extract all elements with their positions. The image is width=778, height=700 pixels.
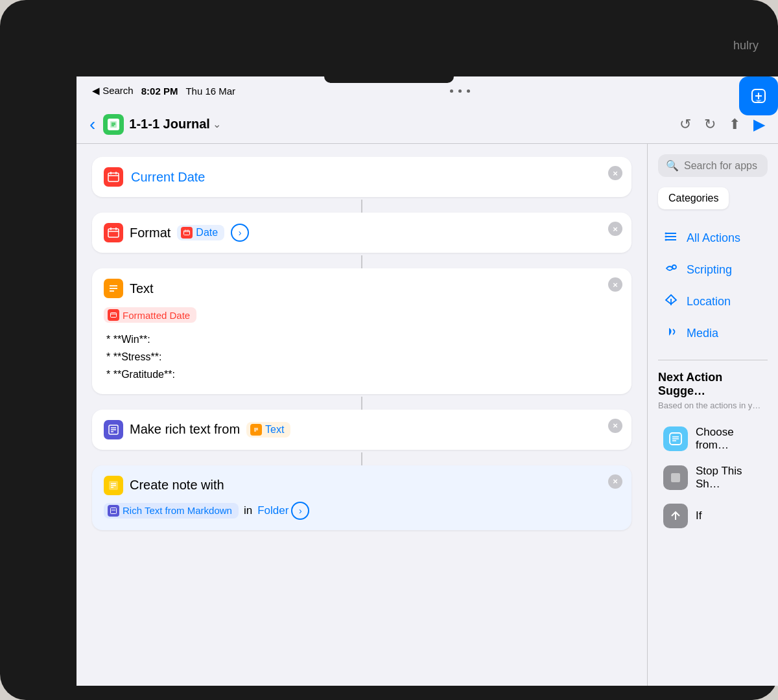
status-time: 8:02 PM — [141, 86, 178, 97]
app-icon-inner — [108, 119, 119, 130]
sidebar-item-scripting[interactable]: Scripting — [658, 254, 768, 286]
hulry-label: hulry — [733, 39, 759, 52]
undo-button[interactable]: ↺ — [679, 116, 691, 133]
text-line-3: * **Gratitude**: — [106, 366, 620, 383]
svg-point-40 — [672, 265, 676, 269]
svg-rect-4 — [108, 173, 119, 181]
suggestion-stop-shortcut[interactable]: Stop This Sh… — [658, 458, 768, 497]
status-back[interactable]: ◀ Search — [92, 85, 134, 97]
note-icon — [104, 476, 123, 495]
svg-rect-8 — [108, 229, 119, 237]
create-note-row2: Rich Text from Markdown in Folder › — [104, 502, 620, 520]
create-note-expand[interactable]: › — [291, 502, 309, 520]
rich-text-token-label: Rich Text from Markdown — [123, 505, 232, 516]
richtext-svg — [108, 424, 119, 436]
text-content-body: * **Win**: * **Stress**: * **Gratitude**… — [104, 331, 620, 384]
make-rich-text-action: Make rich text from — [130, 422, 240, 437]
format-date-close[interactable]: × — [608, 222, 622, 236]
current-date-content: Current Date — [104, 167, 620, 187]
if-label: If — [696, 509, 701, 522]
text-tok-svg — [253, 426, 259, 433]
svg-point-38 — [665, 236, 667, 238]
date-token-icon — [181, 227, 193, 239]
all-actions-label: All Actions — [687, 231, 740, 245]
text-line-1: * **Win**: — [106, 331, 620, 348]
rich-text-close[interactable]: × — [608, 419, 622, 433]
svg-rect-19 — [111, 313, 117, 318]
date-token-pill[interactable]: Date — [177, 225, 224, 240]
sidebar-item-media[interactable]: Media — [658, 318, 768, 349]
search-bar[interactable]: 🔍 — [658, 154, 768, 177]
text-card-close[interactable]: × — [608, 277, 622, 292]
stop-icon-svg — [668, 471, 683, 485]
nav-title: 1-1-1 Journal — [129, 117, 209, 132]
formatted-date-token[interactable]: Formatted Date — [104, 307, 196, 323]
text-token-pill[interactable]: Text — [246, 422, 290, 438]
nav-chevron-icon[interactable]: ⌄ — [213, 118, 221, 130]
screen: ◀ Search 8:02 PM Thu 16 Mar ‹ 1-1-1 Jour… — [77, 76, 778, 686]
nav-bar: ‹ 1-1-1 Journal ⌄ ↺ ↻ ⬆ ▶ — [77, 105, 778, 144]
if-icon — [663, 504, 688, 528]
search-icon: 🔍 — [666, 159, 679, 172]
create-note-action: Create note with — [130, 478, 224, 493]
connector-1 — [361, 200, 362, 213]
sidebar-item-location[interactable]: Location — [658, 286, 768, 318]
format-date-card: Format Date › × — [92, 213, 631, 253]
nav-back-button[interactable]: ‹ — [89, 114, 95, 135]
top-right-action-button[interactable] — [739, 76, 778, 115]
date-token-svg — [183, 229, 190, 236]
next-action-title: Next Action Sugge… — [658, 371, 768, 398]
create-note-card: Create note with Rich Text from Markdown… — [92, 465, 631, 530]
choose-from-label: Choose from… — [696, 426, 762, 452]
status-dots — [450, 89, 470, 93]
folder-token[interactable]: Folder › — [257, 502, 309, 520]
in-connector: in — [244, 504, 252, 517]
share-button[interactable]: ⬆ — [729, 116, 740, 133]
location-label: Location — [687, 295, 731, 309]
play-button[interactable]: ▶ — [753, 115, 765, 134]
calendar-icon — [104, 167, 123, 187]
text-token-icon — [250, 424, 262, 436]
choose-icon-svg — [668, 432, 683, 446]
text-card: Text Formatted Date * **Win**: * **Stres… — [92, 268, 631, 394]
location-icon — [663, 294, 679, 310]
media-icon — [663, 325, 679, 342]
media-label: Media — [687, 327, 718, 340]
connector-4 — [361, 452, 362, 465]
rt-token-svg — [110, 508, 117, 514]
scripting-icon-svg — [665, 262, 678, 275]
calendar-svg — [108, 171, 119, 183]
media-icon-svg — [665, 325, 678, 338]
next-action-section: Next Action Sugge… Based on the actions … — [658, 360, 768, 535]
categories-button[interactable]: Categories — [658, 187, 729, 209]
connector-2 — [361, 255, 362, 268]
dot-2 — [458, 89, 462, 93]
rich-text-token-icon — [108, 505, 119, 517]
text-svg — [108, 283, 119, 294]
rich-text-token-pill[interactable]: Rich Text from Markdown — [104, 503, 239, 519]
next-action-subtitle: Based on the actions in y… — [658, 401, 768, 410]
choose-from-icon — [663, 426, 688, 451]
current-date-close[interactable]: × — [608, 166, 622, 180]
format-expand-button[interactable]: › — [231, 224, 249, 242]
camera-notch — [324, 76, 454, 83]
search-input[interactable] — [684, 160, 778, 172]
date-token-label: Date — [196, 227, 218, 239]
svg-point-39 — [665, 239, 667, 241]
current-date-title: Current Date — [131, 170, 206, 185]
make-rich-text-card: Make rich text from Text × — [92, 410, 631, 450]
formatted-date-token-label: Formatted Date — [123, 310, 190, 321]
create-note-close[interactable]: × — [608, 474, 622, 489]
format-calendar-icon — [104, 223, 123, 242]
suggestion-choose-from[interactable]: Choose from… — [658, 419, 768, 458]
folder-token-label: Folder — [257, 504, 289, 517]
text-line-2: * **Stress**: — [106, 348, 620, 366]
dot-1 — [450, 89, 453, 93]
redo-button[interactable]: ↻ — [704, 116, 716, 133]
dot-3 — [467, 89, 470, 93]
text-card-header: Text — [104, 279, 620, 298]
format-date-content: Format Date › — [104, 223, 620, 242]
sidebar-item-all-actions[interactable]: All Actions — [658, 222, 768, 254]
suggestion-if[interactable]: If — [658, 497, 768, 535]
scripting-label: Scripting — [687, 263, 732, 277]
